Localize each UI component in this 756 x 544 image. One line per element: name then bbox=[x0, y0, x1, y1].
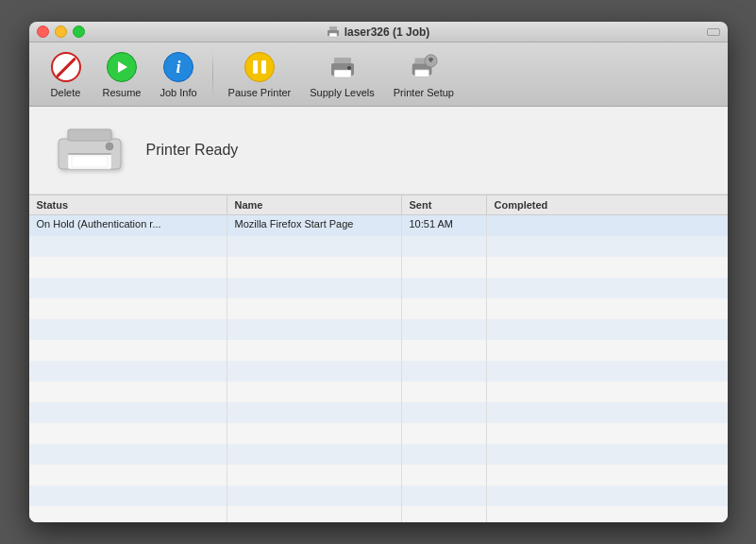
empty-row bbox=[29, 402, 728, 423]
col-header-sent: Sent bbox=[402, 196, 487, 214]
main-window: laser326 (1 Job) Delete Resume i Job In bbox=[29, 22, 728, 522]
svg-rect-2 bbox=[329, 33, 337, 37]
svg-point-6 bbox=[347, 66, 351, 70]
jobinfo-button[interactable]: i Job Info bbox=[152, 46, 204, 102]
empty-row bbox=[29, 319, 728, 340]
pause-icon bbox=[244, 52, 275, 82]
col-header-completed: Completed bbox=[487, 196, 728, 214]
pause-printer-label: Pause Printer bbox=[228, 87, 292, 98]
cell-completed bbox=[487, 215, 728, 236]
titlebar: laser326 (1 Job) bbox=[29, 22, 728, 42]
table-row[interactable]: On Hold (Authentication r... Mozilla Fir… bbox=[29, 215, 728, 236]
table-header: Status Name Sent Completed bbox=[29, 195, 728, 215]
resume-button[interactable]: Resume bbox=[95, 46, 149, 102]
svg-rect-5 bbox=[334, 70, 351, 77]
printer-title-icon bbox=[327, 26, 340, 38]
cell-status: On Hold (Authentication r... bbox=[29, 215, 227, 236]
printersetup-icon bbox=[409, 52, 439, 82]
toolbar: Delete Resume i Job Info Paus bbox=[29, 42, 728, 107]
svg-point-15 bbox=[106, 143, 113, 150]
printer-setup-button[interactable]: Printer Setup bbox=[386, 46, 462, 102]
supply-icon bbox=[328, 52, 358, 82]
svg-rect-16 bbox=[68, 153, 111, 155]
printer-image bbox=[53, 122, 126, 178]
delete-button[interactable]: Delete bbox=[41, 46, 92, 102]
supply-icon-container bbox=[326, 50, 360, 84]
table-body: On Hold (Authentication r... Mozilla Fir… bbox=[29, 215, 728, 522]
jobinfo-label: Job Info bbox=[160, 87, 196, 98]
svg-rect-1 bbox=[329, 26, 337, 30]
empty-row bbox=[29, 444, 728, 465]
supply-svg bbox=[328, 52, 358, 82]
delete-icon-container bbox=[49, 50, 83, 84]
delete-icon bbox=[51, 52, 81, 82]
col-header-status: Status bbox=[29, 196, 227, 214]
pause-printer-button[interactable]: Pause Printer bbox=[221, 46, 299, 102]
resume-icon bbox=[107, 52, 137, 82]
printersetup-svg bbox=[409, 51, 439, 83]
supply-levels-button[interactable]: Supply Levels bbox=[302, 46, 382, 102]
printer-ready-text: Printer Ready bbox=[146, 142, 239, 159]
printer-icon-container bbox=[52, 122, 127, 178]
cell-sent: 10:51 AM bbox=[402, 215, 487, 236]
empty-row bbox=[29, 506, 728, 522]
svg-rect-9 bbox=[414, 70, 428, 77]
empty-row bbox=[29, 423, 728, 444]
pause-icon-container bbox=[243, 50, 277, 84]
minimize-button[interactable] bbox=[55, 26, 67, 38]
printersetup-icon-container bbox=[407, 50, 441, 84]
titlebar-right bbox=[707, 28, 720, 36]
empty-row bbox=[29, 236, 728, 257]
empty-row bbox=[29, 298, 728, 319]
maximize-button[interactable] bbox=[73, 26, 85, 38]
resize-indicator bbox=[707, 28, 720, 36]
empty-row bbox=[29, 340, 728, 361]
close-button[interactable] bbox=[37, 26, 49, 38]
col-header-name: Name bbox=[227, 196, 402, 214]
window-controls bbox=[37, 26, 85, 38]
cell-name: Mozilla Firefox Start Page bbox=[227, 215, 402, 236]
empty-row bbox=[29, 485, 728, 506]
jobinfo-icon: i bbox=[163, 52, 193, 82]
svg-rect-4 bbox=[334, 58, 351, 63]
empty-row bbox=[29, 278, 728, 298]
printer-setup-label: Printer Setup bbox=[394, 87, 454, 98]
table-wrapper: Status Name Sent Completed On Hold (Auth… bbox=[29, 195, 728, 522]
empty-row bbox=[29, 257, 728, 278]
resume-label: Resume bbox=[103, 87, 142, 98]
empty-row bbox=[29, 465, 728, 485]
printer-status-section: Printer Ready bbox=[29, 107, 728, 195]
delete-label: Delete bbox=[51, 87, 81, 98]
empty-row bbox=[29, 361, 728, 382]
window-title: laser326 (1 Job) bbox=[327, 26, 430, 39]
empty-row bbox=[29, 382, 728, 402]
content-area: Printer Ready Status Name Sent Completed… bbox=[29, 107, 728, 522]
svg-rect-12 bbox=[68, 129, 111, 141]
jobinfo-icon-container: i bbox=[161, 50, 195, 84]
svg-rect-14 bbox=[72, 156, 108, 167]
pause-bar-left bbox=[253, 60, 258, 74]
resume-icon-container bbox=[105, 50, 139, 84]
supply-levels-label: Supply Levels bbox=[310, 87, 375, 98]
pause-bar-right bbox=[261, 60, 266, 74]
toolbar-separator bbox=[212, 51, 213, 98]
